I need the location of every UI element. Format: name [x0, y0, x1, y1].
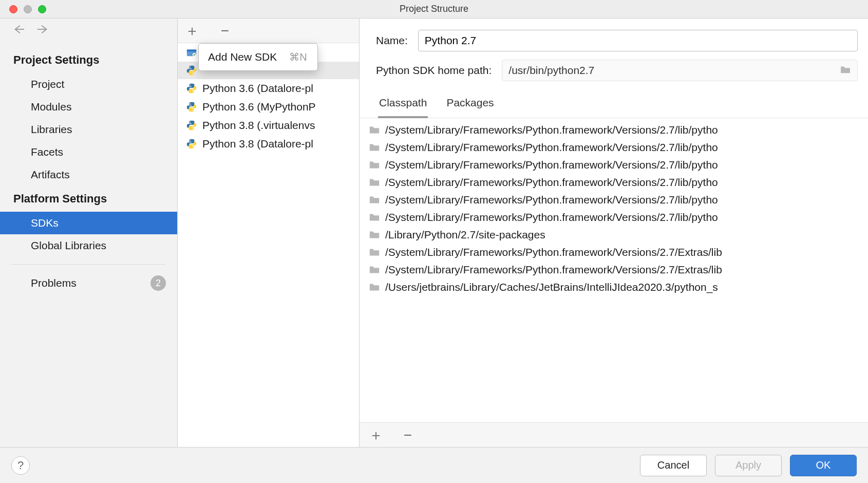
- forward-icon[interactable]: [36, 24, 50, 37]
- remove-sdk-button[interactable]: −: [218, 24, 232, 38]
- svg-point-10: [193, 128, 194, 129]
- classpath-path: /System/Library/Frameworks/Python.framew…: [385, 159, 718, 171]
- problems-label: Problems: [31, 277, 77, 289]
- popup-label: Add New SDK: [208, 51, 277, 63]
- svg-point-7: [190, 103, 191, 104]
- svg-point-11: [190, 140, 191, 141]
- sdk-list: 11Python 3.6 (Datalore-plPython 3.6 (MyP…: [178, 43, 359, 447]
- close-window-button[interactable]: [9, 5, 17, 13]
- sidebar-item-libraries[interactable]: Libraries: [0, 118, 177, 141]
- problems-count-badge: 2: [150, 275, 166, 291]
- classpath-entry[interactable]: /Users/jetbrains/Library/Caches/JetBrain…: [360, 278, 868, 296]
- dialog-footer: ? Cancel Apply OK: [0, 447, 868, 483]
- sidebar-item-project[interactable]: Project: [0, 73, 177, 96]
- classpath-path: /Users/jetbrains/Library/Caches/JetBrain…: [385, 281, 718, 293]
- sidebar-item-global-libraries[interactable]: Global Libraries: [0, 234, 177, 257]
- help-button[interactable]: ?: [11, 456, 30, 475]
- classpath-path: /System/Library/Frameworks/Python.framew…: [385, 194, 718, 206]
- sdk-label: Python 3.8 (Datalore-pl: [202, 138, 313, 150]
- section-header: Platform Settings: [0, 186, 177, 212]
- classpath-entry[interactable]: /System/Library/Frameworks/Python.framew…: [360, 139, 868, 156]
- classpath-entry[interactable]: /System/Library/Frameworks/Python.framew…: [360, 174, 868, 191]
- svg-point-12: [193, 147, 194, 148]
- sidebar-item-modules[interactable]: Modules: [0, 96, 177, 118]
- sdk-item[interactable]: Python 3.8 (.virtualenvs: [178, 116, 359, 135]
- add-sdk-popup: Add New SDK ⌘N: [198, 43, 318, 71]
- sdk-name-input[interactable]: [418, 30, 858, 51]
- classpath-path: /System/Library/Frameworks/Python.framew…: [385, 124, 718, 136]
- sdk-item[interactable]: Python 3.6 (MyPythonP: [178, 98, 359, 116]
- settings-sidebar: Project SettingsProjectModulesLibrariesF…: [0, 18, 178, 447]
- folder-open-icon[interactable]: [840, 64, 851, 77]
- sdk-detail-panel: Name: Python SDK home path: /usr/bin/pyt…: [360, 18, 868, 447]
- sidebar-item-facets[interactable]: Facets: [0, 141, 177, 163]
- home-path-value: /usr/bin/python2.7: [508, 64, 594, 77]
- home-path-label: Python SDK home path:: [376, 64, 492, 77]
- traffic-lights: [9, 5, 46, 13]
- sdk-item[interactable]: Python 3.6 (Datalore-pl: [178, 79, 359, 98]
- add-classpath-button[interactable]: ＋: [369, 428, 383, 442]
- cancel-button[interactable]: Cancel: [640, 455, 707, 476]
- classpath-path: /System/Library/Frameworks/Python.framew…: [385, 246, 722, 258]
- sdk-list-panel: ＋ − 11Python 3.6 (Datalore-plPython 3.6 …: [178, 18, 360, 447]
- add-sdk-button[interactable]: ＋: [185, 24, 199, 38]
- svg-point-6: [193, 91, 194, 92]
- svg-point-3: [190, 67, 191, 68]
- ok-button[interactable]: OK: [790, 455, 857, 476]
- classpath-path: /System/Library/Frameworks/Python.framew…: [385, 264, 722, 276]
- classpath-entry[interactable]: /System/Library/Frameworks/Python.framew…: [360, 261, 868, 278]
- detail-tabs: ClasspathPackages: [360, 86, 868, 118]
- svg-point-5: [190, 85, 191, 86]
- sidebar-item-problems[interactable]: Problems 2: [0, 272, 177, 294]
- classpath-entry[interactable]: /System/Library/Frameworks/Python.framew…: [360, 156, 868, 174]
- svg-point-4: [193, 73, 194, 75]
- svg-rect-1: [187, 50, 196, 52]
- add-new-sdk-menu-item[interactable]: Add New SDK ⌘N: [199, 47, 317, 67]
- classpath-entry[interactable]: /System/Library/Frameworks/Python.framew…: [360, 191, 868, 209]
- sdk-label: Python 3.6 (Datalore-pl: [202, 82, 313, 95]
- sdk-home-path-field[interactable]: /usr/bin/python2.7: [502, 60, 858, 81]
- svg-point-9: [190, 122, 191, 123]
- classpath-path: /Library/Python/2.7/site-packages: [385, 229, 545, 241]
- remove-classpath-button[interactable]: −: [401, 428, 415, 442]
- sdk-item[interactable]: Python 3.8 (Datalore-pl: [178, 135, 359, 153]
- sdk-label: Python 3.6 (MyPythonP: [202, 101, 316, 113]
- tab-classpath[interactable]: Classpath: [378, 91, 428, 118]
- classpath-path: /System/Library/Frameworks/Python.framew…: [385, 141, 718, 154]
- sdk-toolbar: ＋ −: [178, 18, 359, 43]
- maximize-window-button[interactable]: [38, 5, 46, 13]
- divider: [11, 264, 166, 265]
- titlebar: Project Structure: [0, 0, 868, 18]
- svg-point-8: [193, 110, 194, 111]
- tab-packages[interactable]: Packages: [445, 91, 495, 118]
- section-header: Project Settings: [0, 47, 177, 73]
- sidebar-item-artifacts[interactable]: Artifacts: [0, 163, 177, 186]
- apply-button[interactable]: Apply: [715, 455, 782, 476]
- classpath-entry[interactable]: /System/Library/Frameworks/Python.framew…: [360, 209, 868, 226]
- back-icon[interactable]: [11, 24, 26, 37]
- classpath-entry[interactable]: /System/Library/Frameworks/Python.framew…: [360, 121, 868, 139]
- classpath-entry[interactable]: /Library/Python/2.7/site-packages: [360, 226, 868, 244]
- classpath-path: /System/Library/Frameworks/Python.framew…: [385, 211, 718, 224]
- sidebar-item-sdks[interactable]: SDKs: [0, 212, 177, 234]
- classpath-list: /System/Library/Frameworks/Python.framew…: [360, 118, 868, 422]
- classpath-entry[interactable]: /System/Library/Frameworks/Python.framew…: [360, 244, 868, 261]
- classpath-toolbar: ＋ −: [360, 422, 868, 447]
- shortcut-label: ⌘N: [289, 51, 307, 63]
- minimize-window-button[interactable]: [24, 5, 32, 13]
- window-title: Project Structure: [400, 4, 468, 14]
- classpath-path: /System/Library/Frameworks/Python.framew…: [385, 176, 718, 189]
- name-label: Name:: [376, 34, 408, 47]
- sdk-label: Python 3.8 (.virtualenvs: [202, 119, 315, 132]
